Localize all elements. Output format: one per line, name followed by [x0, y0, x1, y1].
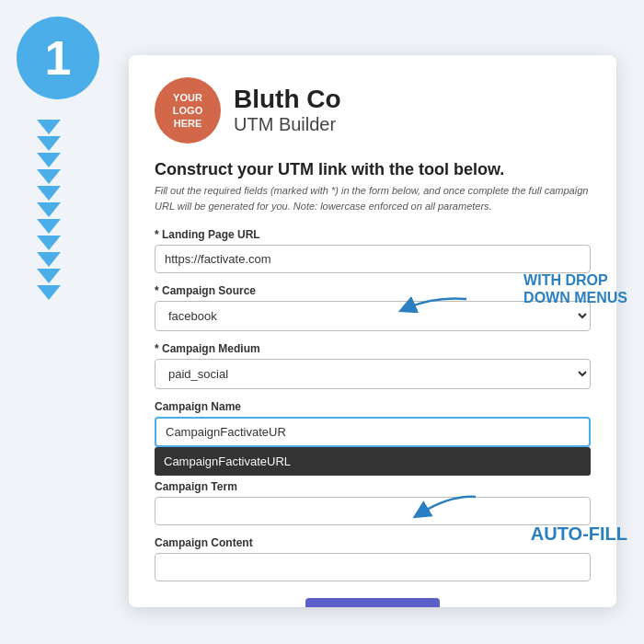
card-header: YOURLOGOHERE Bluth Co UTM Builder [155, 77, 591, 144]
company-subtitle: UTM Builder [234, 114, 341, 135]
card-heading: Construct your UTM link with the tool be… [155, 160, 591, 179]
arrow-3 [37, 153, 61, 167]
logo-text: YOURLOGOHERE [173, 91, 202, 131]
logo-circle: YOURLOGOHERE [155, 77, 221, 144]
card-description: Fill out the required fields (marked wit… [155, 183, 591, 213]
content-input[interactable] [155, 553, 591, 581]
arrow-1 [37, 120, 61, 134]
medium-label: * Campaign Medium [155, 342, 591, 355]
name-input[interactable] [155, 417, 591, 447]
arrows-column [37, 120, 61, 300]
company-info: Bluth Co UTM Builder [234, 86, 341, 135]
step-circle: 1 [17, 17, 99, 99]
term-label: Campaign Term [155, 480, 591, 493]
dropdown-arrow [397, 292, 471, 323]
content-label: Campaign Content [155, 536, 591, 549]
get-utm-button[interactable]: GET UTM LINK [305, 598, 440, 607]
autofill-annotation: AUTO-FILL [531, 523, 627, 545]
arrow-10 [37, 269, 61, 283]
arrow-9 [37, 252, 61, 267]
autocomplete-wrapper: CampaignFactivateURL [155, 417, 591, 447]
step-number: 1 [45, 34, 72, 82]
arrow-6 [37, 202, 61, 217]
arrow-7 [37, 219, 61, 234]
arrow-2 [37, 136, 61, 151]
autocomplete-dropdown[interactable]: CampaignFactivateURL [155, 447, 591, 476]
arrow-4 [37, 169, 61, 184]
arrow-8 [37, 236, 61, 250]
landing-page-input[interactable] [155, 245, 591, 273]
name-label: Campaign Name [155, 400, 591, 413]
term-input[interactable] [155, 497, 591, 525]
dropdown-annotation: WITH DROPDOWN MENUS [523, 271, 627, 306]
arrow-11 [37, 285, 61, 300]
arrow-5 [37, 186, 61, 201]
landing-page-label: * Landing Page URL [155, 228, 591, 241]
autofill-arrow [409, 488, 483, 528]
company-name: Bluth Co [234, 86, 341, 114]
medium-select[interactable]: paid_social email cpc organic referral [155, 359, 591, 389]
